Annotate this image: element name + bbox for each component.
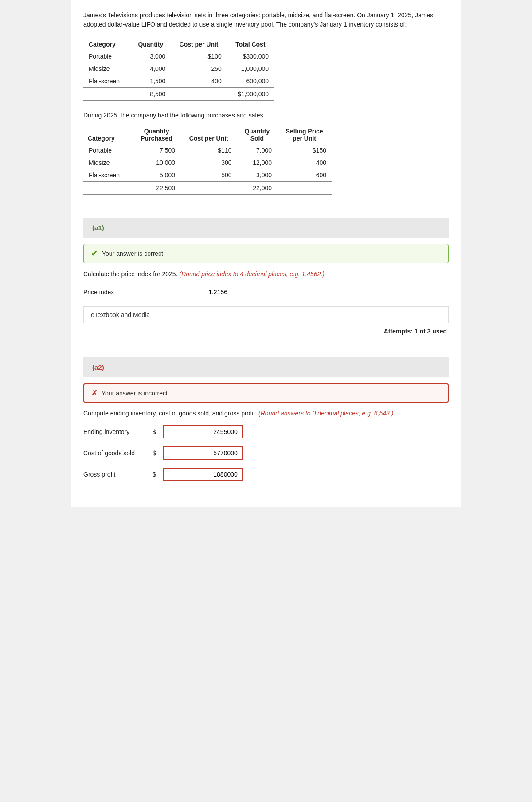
section-a1-label: (a1): [92, 224, 440, 231]
checkmark-icon: ✔: [91, 249, 98, 258]
gross-profit-label: Gross profit: [83, 471, 145, 478]
ending-inventory-row: Ending inventory $: [83, 425, 449, 438]
quantity-cell: 1,500: [130, 75, 171, 88]
gross-profit-dollar: $: [153, 471, 156, 478]
qty-purchased-cell: 5,000: [133, 169, 180, 182]
section-divider-2: [83, 344, 449, 344]
intro-text: James's Televisions produces television …: [83, 11, 449, 29]
purchases-sales-table: Category QuantityPurchased Cost per Unit…: [83, 126, 332, 195]
gross-profit-input[interactable]: [163, 468, 243, 481]
a1-question-text: Calculate the price index for 2025. (Rou…: [83, 270, 449, 279]
cost-unit-cell: 400: [171, 75, 227, 88]
col-header-selling-price: Selling Priceper Unit: [277, 126, 332, 144]
table-row: Portable 7,500 $110 7,000 $150: [83, 144, 332, 157]
qty-purchased-cell: 10,000: [133, 156, 180, 169]
a1-hint-text: (Round price index to 4 decimal places, …: [179, 270, 325, 278]
section-a2-panel: (a2): [83, 357, 449, 377]
selling-price-cell: 600: [277, 169, 332, 182]
quantity-cell: 4,000: [130, 63, 171, 75]
total-quantity: 8,500: [130, 88, 171, 101]
total-cost-cell: 600,000: [227, 75, 274, 88]
cost-unit-cell: 500: [180, 169, 237, 182]
selling-price-cell: $150: [277, 144, 332, 157]
ending-inventory-label: Ending inventory: [83, 428, 145, 435]
inventory-table: Category Quantity Cost per Unit Total Co…: [83, 38, 274, 101]
table-row: Midsize 4,000 250 1,000,000: [83, 63, 274, 75]
col-header-qty-purchased: QuantityPurchased: [133, 126, 180, 144]
between-text: During 2025, the company had the followi…: [83, 112, 449, 119]
cogs-input[interactable]: [163, 446, 243, 460]
cost-unit-cell: $100: [171, 50, 227, 63]
category-cell: Midsize: [83, 63, 130, 75]
table-row: Midsize 10,000 300 12,000 400: [83, 156, 332, 169]
total-row: 8,500 $1,900,000: [83, 88, 274, 101]
main-container: James's Televisions produces television …: [71, 0, 461, 507]
table-row: Flat-screen 1,500 400 600,000: [83, 75, 274, 88]
cost-unit-cell: $110: [180, 144, 237, 157]
ending-inventory-input[interactable]: [163, 425, 243, 438]
qty-purchased-cell: 7,500: [133, 144, 180, 157]
answer-incorrect-box: ✗ Your answer is incorrect.: [83, 383, 449, 403]
cost-unit-cell: 250: [171, 63, 227, 75]
ending-inventory-dollar: $: [153, 428, 156, 435]
category-cell: Portable: [83, 50, 130, 63]
col-header-quantity: Quantity: [130, 38, 171, 50]
col-header-total-cost: Total Cost: [227, 38, 274, 50]
category-cell: Flat-screen: [83, 169, 133, 182]
qty-sold-cell: 3,000: [237, 169, 277, 182]
qty-sold-cell: 7,000: [237, 144, 277, 157]
category-cell: Midsize: [83, 156, 133, 169]
attempts-text: Attempts: 1 of 3 used: [384, 328, 447, 335]
cost-unit-cell: 300: [180, 156, 237, 169]
category-cell: Flat-screen: [83, 75, 130, 88]
answer-correct-box: ✔ Your answer is correct.: [83, 244, 449, 263]
total-cost-cell: 1,000,000: [227, 63, 274, 75]
selling-price-cell: 400: [277, 156, 332, 169]
price-index-input[interactable]: [153, 286, 232, 298]
col-header-category: Category: [83, 38, 130, 50]
total-cost: $1,900,000: [227, 88, 274, 101]
total-qty-purchased: 22,500: [133, 182, 180, 195]
price-index-label: Price index: [83, 289, 145, 296]
col-header-cost-unit2: Cost per Unit: [180, 126, 237, 144]
total-cost-cell: $300,000: [227, 50, 274, 63]
etextbook-section: eTextbook and Media: [83, 306, 449, 323]
answer-status-text-a2: Your answer is incorrect.: [102, 390, 169, 397]
a2-hint-text: (Round answers to 0 decimal places, e.g.…: [258, 410, 393, 417]
section-a2-label: (a2): [92, 364, 440, 371]
quantity-cell: 3,000: [130, 50, 171, 63]
category-cell: Portable: [83, 144, 133, 157]
table-row: Flat-screen 5,000 500 3,000 600: [83, 169, 332, 182]
a2-question-text: Compute ending inventory, cost of goods …: [83, 409, 449, 418]
price-index-row: Price index: [83, 286, 449, 298]
section-divider: [83, 204, 449, 204]
col-header-qty-sold: QuantitySold: [237, 126, 277, 144]
answer-status-text: Your answer is correct.: [102, 250, 165, 257]
etextbook-label: eTextbook and Media: [91, 311, 150, 318]
gross-profit-row: Gross profit $: [83, 468, 449, 481]
cogs-row: Cost of goods sold $: [83, 446, 449, 460]
table-row: Portable 3,000 $100 $300,000: [83, 50, 274, 63]
cogs-dollar: $: [153, 450, 156, 457]
qty-sold-cell: 12,000: [237, 156, 277, 169]
total-qty-sold: 22,000: [237, 182, 277, 195]
crossmark-icon: ✗: [91, 389, 97, 397]
section-a1-panel: (a1): [83, 218, 449, 238]
col-header-category2: Category: [83, 126, 133, 144]
attempts-row: Attempts: 1 of 3 used: [83, 328, 449, 335]
cogs-label: Cost of goods sold: [83, 450, 145, 457]
total-row: 22,500 22,000: [83, 182, 332, 195]
col-header-cost-per-unit: Cost per Unit: [171, 38, 227, 50]
